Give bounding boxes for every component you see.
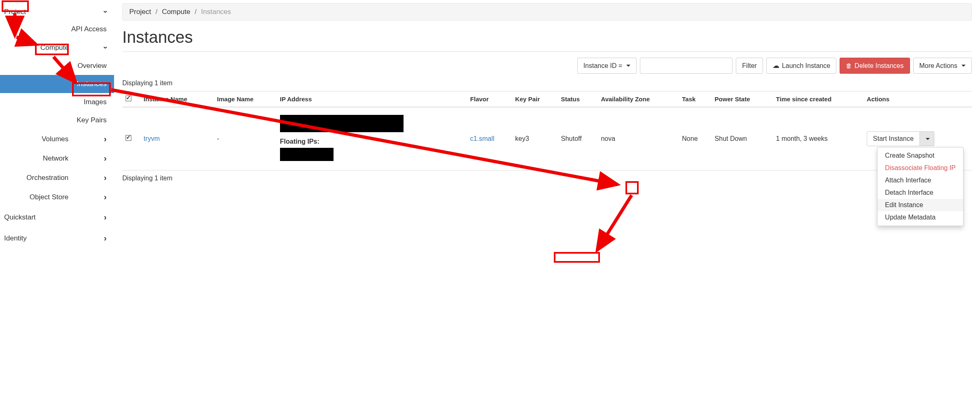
col-ip-address[interactable]: IP Address: [277, 91, 467, 107]
cell-task: None: [679, 107, 711, 170]
sidebar-label: Project: [4, 8, 26, 16]
sidebar-item-volumes[interactable]: Volumes: [0, 129, 114, 149]
cell-time: 1 month, 3 weeks: [773, 107, 864, 170]
breadcrumb-instances: Instances: [201, 8, 231, 16]
launch-instance-button[interactable]: Launch Instance: [766, 58, 836, 74]
sidebar-label: Orchestration: [26, 174, 68, 182]
more-label: More Actions: [919, 62, 957, 70]
sidebar-item-compute[interactable]: Compute: [0, 38, 114, 57]
sidebar-item-object-store[interactable]: Object Store: [0, 187, 114, 207]
trash-icon: [846, 62, 852, 70]
sidebar-item-quickstart[interactable]: Quickstart: [0, 207, 114, 228]
cell-power: Shut Down: [712, 107, 773, 170]
caret-down-icon: [926, 138, 930, 140]
cell-az: nova: [597, 107, 679, 170]
col-actions: Actions: [863, 91, 972, 107]
row-checkbox[interactable]: [126, 135, 131, 141]
row-action-group: Start Instance: [867, 131, 934, 146]
sidebar-item-images[interactable]: Images: [0, 93, 114, 111]
row-actions-dropdown: Create Snapshot Disassociate Floating IP…: [877, 147, 964, 226]
sidebar-item-instances[interactable]: Instances: [0, 75, 114, 93]
instances-table: Instance Name Image Name IP Address Flav…: [122, 91, 972, 170]
sidebar: Project API Access Compute Overview Inst…: [0, 0, 114, 420]
sidebar-label: Instances: [77, 80, 107, 88]
col-instance-name[interactable]: Instance Name: [140, 91, 214, 107]
select-all-checkbox[interactable]: [126, 96, 131, 101]
breadcrumb-separator: /: [153, 8, 160, 16]
sidebar-label: API Access: [71, 25, 107, 33]
filter-button[interactable]: Filter: [736, 58, 763, 74]
sidebar-item-network[interactable]: Network: [0, 149, 114, 168]
col-status[interactable]: Status: [558, 91, 597, 107]
cell-image-name: -: [214, 107, 277, 170]
dropdown-detach-interface[interactable]: Detach Interface: [877, 187, 963, 199]
flavor-link[interactable]: c1.small: [470, 135, 495, 142]
sidebar-item-project[interactable]: Project: [0, 3, 114, 20]
col-az[interactable]: Availability Zone: [597, 91, 679, 107]
breadcrumb: Project / Compute / Instances: [122, 3, 972, 21]
caret-down-icon: [626, 65, 630, 67]
sidebar-item-overview[interactable]: Overview: [0, 57, 114, 75]
chevron-right-icon: [104, 212, 107, 222]
redacted-floating-ip: [280, 148, 334, 161]
delete-instances-button[interactable]: Delete Instances: [840, 58, 910, 74]
col-key-pair[interactable]: Key Pair: [512, 91, 558, 107]
sidebar-label: Images: [84, 98, 107, 106]
sidebar-item-orchestration[interactable]: Orchestration: [0, 168, 114, 187]
instance-name-link[interactable]: tryvm: [144, 135, 160, 142]
chevron-down-icon: [104, 7, 107, 16]
chevron-right-icon: [104, 192, 107, 202]
sidebar-label: Overview: [77, 62, 107, 70]
page-title: Instances: [122, 28, 972, 47]
start-instance-button[interactable]: Start Instance: [867, 131, 920, 146]
redacted-ip: [280, 115, 404, 132]
col-task[interactable]: Task: [679, 91, 711, 107]
delete-label: Delete Instances: [854, 62, 903, 70]
cell-key-pair: key3: [512, 107, 558, 170]
sidebar-item-identity[interactable]: Identity: [0, 228, 114, 249]
sidebar-item-api-access[interactable]: API Access: [0, 20, 114, 38]
sidebar-label: Key Pairs: [77, 116, 107, 124]
chevron-right-icon: [104, 233, 107, 243]
dropdown-edit-instance[interactable]: Edit Instance: [877, 199, 963, 211]
sidebar-label: Compute: [40, 44, 69, 52]
breadcrumb-separator: /: [192, 8, 199, 16]
floating-ips-label: Floating IPs:: [280, 138, 464, 145]
sidebar-label: Identity: [4, 234, 27, 243]
dropdown-disassociate-floating-ip[interactable]: Disassociate Floating IP: [877, 162, 963, 174]
filter-input[interactable]: [640, 58, 733, 74]
more-actions-dropdown[interactable]: More Actions: [913, 58, 972, 74]
cell-ip-address: Floating IPs:: [277, 107, 467, 170]
sidebar-label: Quickstart: [4, 213, 36, 222]
dropdown-create-snapshot[interactable]: Create Snapshot: [877, 149, 963, 162]
display-count-bottom: Displaying 1 item: [122, 175, 972, 182]
chevron-right-icon: [104, 154, 107, 163]
sidebar-label: Network: [43, 154, 68, 163]
filter-field-dropdown[interactable]: Instance ID =: [577, 58, 637, 74]
display-count-top: Displaying 1 item: [122, 79, 972, 87]
sidebar-item-key-pairs[interactable]: Key Pairs: [0, 111, 114, 129]
sidebar-label: Object Store: [30, 193, 69, 201]
table-header-row: Instance Name Image Name IP Address Flav…: [122, 91, 972, 107]
divider: [122, 51, 972, 52]
row-actions-dropdown-toggle[interactable]: [920, 131, 934, 146]
dropdown-update-metadata[interactable]: Update Metadata: [877, 211, 963, 224]
caret-down-icon: [961, 65, 966, 67]
main-content: Project / Compute / Instances Instances …: [114, 0, 980, 420]
col-time[interactable]: Time since created: [773, 91, 864, 107]
chevron-down-icon: [104, 43, 107, 52]
col-flavor[interactable]: Flavor: [467, 91, 512, 107]
table-row: tryvm - Floating IPs: c1.small key3 Shut…: [122, 107, 972, 170]
toolbar: Instance ID = Filter Launch Instance Del…: [122, 58, 972, 74]
cell-status: Shutoff: [558, 107, 597, 170]
cloud-upload-icon: [772, 61, 779, 70]
launch-label: Launch Instance: [782, 62, 830, 70]
chevron-right-icon: [104, 134, 107, 144]
chevron-right-icon: [104, 173, 107, 182]
breadcrumb-compute[interactable]: Compute: [162, 8, 190, 16]
breadcrumb-project[interactable]: Project: [129, 8, 151, 16]
col-image-name[interactable]: Image Name: [214, 91, 277, 107]
col-power[interactable]: Power State: [712, 91, 773, 107]
dropdown-attach-interface[interactable]: Attach Interface: [877, 174, 963, 187]
sidebar-label: Volumes: [42, 135, 68, 143]
